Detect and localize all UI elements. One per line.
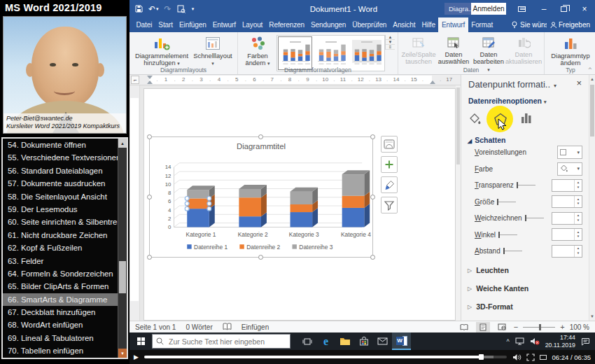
word-taskbar-button[interactable]: W bbox=[392, 332, 411, 350]
action-center-icon[interactable] bbox=[581, 337, 590, 346]
tab-sendungen[interactable]: Sendungen bbox=[308, 18, 349, 32]
ribbon-display-options-icon[interactable] bbox=[512, 0, 531, 18]
task-view-button[interactable] bbox=[298, 332, 316, 350]
course-list-item[interactable]: 58. Die Seitenlayout Ansicht bbox=[3, 190, 118, 203]
course-list-item[interactable]: 57. Dokumente ausdrucken bbox=[3, 177, 118, 190]
add-chart-element-button[interactable]: Diagrammelement hinzufügen ▾ bbox=[132, 35, 191, 68]
volume-muted-icon[interactable] bbox=[530, 337, 540, 345]
gallery-down-icon[interactable]: ▼ bbox=[386, 40, 395, 45]
chart-handle[interactable] bbox=[147, 195, 152, 200]
switch-row-column-button[interactable]: Zeile/Spalte tauschen bbox=[401, 35, 436, 66]
change-colors-button[interactable]: Farben ändern ▾ bbox=[241, 35, 274, 68]
zoom-level[interactable]: 100 % bbox=[570, 323, 589, 331]
spin-down-icon[interactable]: ▼ bbox=[577, 234, 580, 239]
tab-entwurf[interactable]: Entwurf bbox=[209, 18, 239, 32]
course-list-item[interactable]: 59. Der Lesemodus bbox=[3, 203, 118, 216]
sign-in-button[interactable]: Anmelden bbox=[471, 3, 506, 15]
shadow-section-header[interactable]: ◢Schatten bbox=[468, 136, 506, 144]
progress-handle[interactable] bbox=[479, 354, 484, 360]
course-list-item[interactable]: 69. Lineal & Tabulatoren bbox=[3, 332, 118, 344]
tab-referenzen[interactable]: Referenzen bbox=[266, 18, 308, 32]
share-button[interactable]: Freigeben bbox=[547, 18, 594, 32]
course-list-item[interactable]: 62. Kopf & Fußzeilen bbox=[3, 241, 118, 254]
pane-section-weiche-kanten[interactable]: ▷Weiche Kanten bbox=[468, 279, 582, 298]
web-layout-button[interactable] bbox=[495, 322, 509, 332]
tab-entwurf-contextual[interactable]: Entwurf bbox=[438, 18, 468, 32]
chart-canvas[interactable]: Diagrammtitel02468101214Kategorie 1Kateg… bbox=[150, 137, 372, 257]
winkel-spinner[interactable]: ▲▼ bbox=[552, 228, 582, 241]
abstand-spinner[interactable]: ▲▼ bbox=[552, 245, 582, 258]
preset-swatch-dropdown[interactable]: ▾ bbox=[557, 146, 582, 159]
pane-close-icon[interactable]: × bbox=[576, 78, 582, 88]
transparenz-spinner[interactable]: ▲▼ bbox=[552, 179, 582, 192]
touch-mode-icon[interactable] bbox=[177, 5, 186, 13]
hanging-indent-marker[interactable] bbox=[147, 80, 153, 84]
pane-scrollbar[interactable]: ▲ ▼ bbox=[589, 75, 595, 321]
quick-layout-button[interactable]: Schnelllayout ▾ bbox=[191, 35, 234, 68]
undo-icon[interactable]: ↶▾ bbox=[148, 5, 159, 13]
tab-überprüfen[interactable]: Überprüfen bbox=[349, 18, 390, 32]
layout-options-button[interactable] bbox=[381, 136, 398, 153]
chart-handle[interactable] bbox=[147, 134, 152, 139]
chart-style-thumbnail[interactable] bbox=[349, 36, 384, 70]
file-explorer-button[interactable] bbox=[335, 332, 354, 350]
first-line-indent-marker[interactable] bbox=[147, 76, 153, 79]
weichzeichnen-spinner[interactable]: ▲▼ bbox=[552, 212, 582, 225]
read-mode-button[interactable] bbox=[457, 322, 471, 332]
chart-handle[interactable] bbox=[147, 255, 152, 260]
taskbar-clock[interactable]: 17:44 20.11.2019 bbox=[545, 334, 575, 349]
scroll-up-icon[interactable]: ▲ bbox=[118, 139, 127, 148]
scroll-down-icon[interactable]: ▼ bbox=[589, 312, 595, 321]
tray-expand-icon[interactable]: ^ bbox=[506, 338, 509, 345]
collapse-ribbon-icon[interactable]: ^ bbox=[589, 66, 592, 72]
course-list-item[interactable]: 55. Verschiedene Textversionen bbox=[3, 151, 118, 164]
weichzeichnen-slider[interactable] bbox=[525, 215, 544, 221]
scroll-down-icon[interactable]: ▼ bbox=[118, 349, 127, 358]
redo-icon[interactable]: ↷ bbox=[164, 5, 172, 13]
chart-handle[interactable] bbox=[370, 195, 375, 200]
proofing-icon[interactable] bbox=[223, 323, 232, 332]
chart-handle[interactable] bbox=[370, 134, 375, 139]
word-count[interactable]: 0 Wörter bbox=[186, 323, 212, 331]
chart-style-thumbnail[interactable] bbox=[314, 36, 348, 70]
play-button[interactable]: ▶ bbox=[134, 354, 139, 360]
tab-selector[interactable]: ⌐ bbox=[131, 76, 139, 84]
course-list-item[interactable]: 68. WordArt einfügen bbox=[3, 318, 118, 331]
course-list-item[interactable]: 56. Standard Dateiablagen bbox=[3, 164, 118, 177]
transparenz-slider[interactable] bbox=[517, 182, 536, 188]
close-button[interactable]: × bbox=[575, 0, 594, 18]
gallery-up-icon[interactable]: ▲ bbox=[386, 35, 395, 40]
restore-button[interactable] bbox=[554, 0, 573, 18]
save-icon[interactable] bbox=[135, 5, 143, 13]
fill-color-bucket-dropdown[interactable]: ▾ bbox=[557, 162, 582, 176]
scroll-thumb[interactable] bbox=[590, 85, 594, 136]
scroll-thumb[interactable] bbox=[456, 88, 460, 164]
page-indicator[interactable]: Seite 1 von 1 bbox=[135, 323, 176, 331]
scroll-up-icon[interactable]: ▲ bbox=[589, 75, 595, 83]
spin-down-icon[interactable]: ▼ bbox=[577, 251, 580, 255]
chart-handle[interactable] bbox=[370, 255, 375, 260]
course-list-item[interactable]: 66. SmartArts & Diagramme bbox=[3, 293, 118, 306]
chart-style-thumbnail[interactable] bbox=[278, 36, 312, 70]
vertical-ruler[interactable] bbox=[130, 85, 140, 321]
taskbar-search[interactable] bbox=[152, 334, 290, 349]
pane-section-3d-format[interactable]: ▷3D-Format bbox=[468, 298, 582, 316]
fullscreen-icon[interactable] bbox=[526, 354, 535, 361]
course-list-item[interactable]: 64. Formeln & Sonderzeichen bbox=[3, 267, 118, 280]
zoom-out-icon[interactable]: − bbox=[514, 323, 518, 331]
scroll-thumb[interactable] bbox=[119, 261, 126, 293]
series-options-tab-icon[interactable] bbox=[520, 113, 533, 125]
volume-icon[interactable] bbox=[512, 354, 522, 361]
spin-down-icon[interactable]: ▼ bbox=[577, 202, 580, 206]
store-button[interactable] bbox=[354, 332, 373, 350]
course-list-item[interactable]: 65. Bilder ClipArts & Formen bbox=[3, 280, 118, 293]
minimize-button[interactable]: – bbox=[534, 0, 554, 18]
chart-filter-button[interactable] bbox=[381, 197, 398, 214]
search-input[interactable] bbox=[167, 337, 279, 346]
tab-hilfe[interactable]: Hilfe bbox=[419, 18, 439, 32]
tab-einfügen[interactable]: Einfügen bbox=[176, 18, 209, 32]
network-icon[interactable] bbox=[515, 337, 524, 345]
refresh-data-button[interactable]: Daten aktualisieren bbox=[506, 35, 541, 66]
change-chart-type-button[interactable]: Diagrammtyp ändern bbox=[547, 35, 594, 68]
chart-elements-button[interactable] bbox=[381, 156, 398, 173]
